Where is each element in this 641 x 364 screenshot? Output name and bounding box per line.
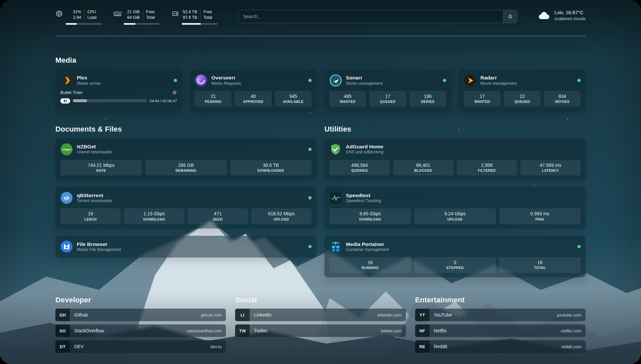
bookmark-url: linkedin.com <box>378 313 401 318</box>
cpu-label: CPU <box>87 9 97 15</box>
social-column: Social LI LinkedIn linkedin.com TW Twitt… <box>235 296 406 353</box>
settings-gear-icon[interactable] <box>172 90 177 95</box>
status-dot <box>174 79 177 82</box>
bookmark-url: github.com <box>201 313 222 318</box>
svg-text:qb: qb <box>64 195 69 200</box>
disk-free-value: 52.4 TB <box>183 9 197 15</box>
bookmark-url: reddit.com <box>561 344 581 349</box>
bookmark-url: dev.to <box>210 344 222 349</box>
bookmark-youtube[interactable]: YT YouTube youtube.com <box>415 309 586 321</box>
bookmark-url: twitter.com <box>381 328 402 333</box>
service-card-filebrowser[interactable]: File Browser Media File Management <box>55 236 317 258</box>
bookmark-dev[interactable]: DT DEV dev.to <box>55 340 226 353</box>
bookmark-reddit[interactable]: RE Reddit reddit.com <box>415 340 586 353</box>
cpu-percent: 31% <box>73 9 81 15</box>
section-title-entertainment: Entertainment <box>415 296 586 304</box>
bookmark-url: netflix.com <box>561 328 581 333</box>
speedtest-icon <box>329 192 342 204</box>
stat-tile: 16 LEECH <box>60 208 121 224</box>
memory-total-label: Total <box>146 15 155 20</box>
service-subtitle: Media File Management <box>77 247 121 253</box>
stat-tile: 834 MOVIES <box>544 91 581 107</box>
stat-tile: 16 RUNNING <box>329 257 411 273</box>
memory-progress-bar <box>124 23 160 25</box>
cpu-icon <box>55 10 63 17</box>
cpu-load-label: Load <box>87 15 97 20</box>
disk-total-label: Total <box>203 15 212 20</box>
service-card-speedtest[interactable]: Speedtest Speedtest Tracking 9.65 Gbps D… <box>324 187 586 228</box>
service-card-plex[interactable]: Plex Media server Bullet Train <box>55 70 182 111</box>
overseerr-icon <box>195 74 207 87</box>
stat-tile: 945 AVAILABLE <box>275 91 312 107</box>
filebrowser-icon <box>60 240 73 253</box>
search-engine-button[interactable]: G <box>503 10 517 23</box>
service-name: File Browser <box>77 241 121 247</box>
plex-icon <box>60 74 73 87</box>
section-title-documents: Documents & Files <box>55 125 317 134</box>
bookmark-netflix[interactable]: NF Netflix netflix.com <box>415 324 586 337</box>
bookmark-abbr: YT <box>415 309 430 321</box>
stat-tile: 498,564 QUERIES <box>329 160 390 176</box>
nzbget-icon: nzbget <box>60 143 73 156</box>
bookmark-name: StackOverflow <box>74 328 104 333</box>
radarr-icon <box>464 74 476 87</box>
status-dot <box>308 196 312 199</box>
weather-widget: Lviv, 16.87°C scattered clouds <box>538 9 586 22</box>
cloud-icon <box>538 11 550 20</box>
disk-free-label: Free <box>203 9 212 15</box>
now-playing-title: Bullet Train <box>60 90 83 95</box>
search-input[interactable] <box>238 10 503 23</box>
pause-button[interactable] <box>60 98 70 104</box>
status-dot <box>577 79 581 82</box>
service-subtitle: Media server <box>77 81 101 86</box>
divider <box>143 10 143 20</box>
developer-column: Developer GH Github github.com SO StackO… <box>55 296 226 353</box>
stat-tile: 47.569 ms LATENCY <box>520 160 581 176</box>
disk-total-value: 97.9 TB <box>183 15 197 20</box>
dashboard-screen: 31% 2.94 CPU Load <box>0 0 641 364</box>
memory-free-value: 21 GiB <box>127 9 140 15</box>
service-card-nzbget[interactable]: nzbget NZBGet Usenet downloader 74 <box>55 138 317 180</box>
memory-total-value: 64 GiB <box>127 15 140 20</box>
documents-column: Documents & Files nzbget <box>55 125 317 277</box>
entertainment-column: Entertainment YT YouTube youtube.com NF … <box>415 296 586 353</box>
section-title-social: Social <box>235 296 406 304</box>
weather-location: Lviv, 16.87°C <box>554 9 586 16</box>
bookmark-abbr: GH <box>55 309 70 321</box>
service-subtitle: Series management <box>346 81 383 86</box>
search-bar[interactable]: G <box>238 10 517 23</box>
service-card-radarr[interactable]: Radarr Movie management 17 WANTED 22 QUE… <box>459 70 586 111</box>
cpu-load-value: 2.94 <box>73 15 81 20</box>
service-card-qbittorrent[interactable]: qb qBittorrent Torrent downloader <box>55 187 317 228</box>
service-card-portainer[interactable]: Media Portainer Container management 16 … <box>324 236 586 277</box>
bookmark-abbr: TW <box>235 324 250 337</box>
bookmark-linkedin[interactable]: LI LinkedIn linkedin.com <box>235 309 406 321</box>
topbar: 31% 2.94 CPU Load <box>55 0 586 25</box>
bookmark-abbr: SO <box>55 324 70 337</box>
service-subtitle: Speedtest Tracking <box>346 198 381 204</box>
stat-tile: 744.21 Mbps RATE <box>60 160 142 176</box>
bookmark-abbr: NF <box>415 324 430 337</box>
weather-condition: scattered clouds <box>554 16 586 22</box>
stat-tile: 40 APPROVED <box>235 91 271 107</box>
bookmark-twitter[interactable]: TW Twitter twitter.com <box>235 324 406 337</box>
service-card-adguard[interactable]: AdGuard Home DNS and adblocking 498,564 … <box>324 138 586 180</box>
stat-tile: 1.19 Gbps DOWNLOAD <box>124 208 184 224</box>
stat-tile: 39.6 TB DOWNLOADED <box>230 160 312 176</box>
status-dot <box>308 148 312 151</box>
service-card-sonarr[interactable]: Sonarr Series management 485 WANTED 17 Q… <box>324 70 451 111</box>
playback-progress-bar[interactable] <box>73 99 147 102</box>
disk-icon <box>171 10 179 17</box>
bookmark-abbr: DT <box>55 340 70 353</box>
service-name: Plex <box>77 75 101 81</box>
bookmark-url: stackoverflow.com <box>187 328 222 333</box>
bookmark-name: Twitter <box>254 328 267 333</box>
service-subtitle: DNS and adblocking <box>346 150 383 155</box>
stat-tile: 86,401 BLOCKED <box>393 160 453 176</box>
bookmark-stackoverflow[interactable]: SO StackOverflow stackoverflow.com <box>55 324 226 337</box>
status-dot <box>308 245 312 248</box>
service-card-overseerr[interactable]: Overseerr Media Requests 21 PENDING 40 A… <box>190 70 317 111</box>
stat-tile: 17 QUEUED <box>369 91 406 107</box>
bookmark-github[interactable]: GH Github github.com <box>55 309 226 321</box>
service-subtitle: Torrent downloader <box>77 198 112 204</box>
